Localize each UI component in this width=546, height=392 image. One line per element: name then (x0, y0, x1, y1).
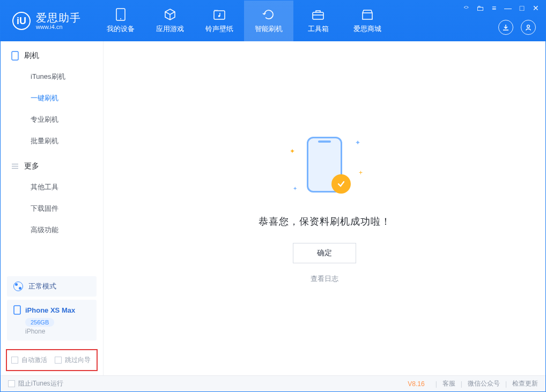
maximize-icon[interactable]: □ (518, 4, 526, 12)
svg-point-3 (218, 15, 220, 17)
store-icon (361, 8, 374, 21)
device-name: iPhone XS Max (25, 306, 75, 314)
svg-rect-2 (214, 11, 225, 19)
nav-label: 我的设备 (107, 24, 135, 34)
nav-label: 智能刷机 (255, 24, 283, 34)
checkbox-label: 自动激活 (21, 356, 47, 365)
phone-icon (114, 8, 127, 21)
nav-label: 工具箱 (308, 24, 329, 34)
section-label: 刷机 (24, 51, 39, 61)
minimize-icon[interactable]: — (504, 4, 512, 12)
ok-button[interactable]: 确定 (293, 243, 356, 263)
download-button[interactable] (498, 20, 513, 35)
sidebar-section-flash: 刷机 (1, 41, 103, 66)
device-info-box[interactable]: iPhone XS Max 256GB iPhone (7, 300, 97, 341)
user-button[interactable] (521, 20, 536, 35)
app-title: 爱思助手 (36, 12, 81, 24)
app-logo: iU 爱思助手 www.i4.cn (1, 12, 91, 30)
nav-ringtones[interactable]: 铃声壁纸 (195, 1, 244, 41)
menu-icon[interactable]: ≡ (490, 4, 498, 12)
sidebar-item-batch-flash[interactable]: 批量刷机 (1, 130, 103, 152)
nav-smart-flash[interactable]: 智能刷机 (244, 1, 293, 41)
nav-label: 铃声壁纸 (205, 24, 233, 34)
version-label: V8.16 (408, 380, 424, 388)
checkmark-badge-icon (331, 174, 351, 194)
success-illustration: ✦ ✦ ✦ + (284, 134, 365, 198)
cube-icon (164, 8, 176, 21)
checkbox-auto-activate[interactable]: 自动激活 (11, 356, 47, 365)
phone-small-icon (11, 51, 19, 61)
sidebar-item-download-fw[interactable]: 下载固件 (1, 198, 103, 219)
highlighted-options: 自动激活 跳过向导 (6, 349, 98, 371)
music-folder-icon (213, 8, 226, 21)
view-log-link[interactable]: 查看日志 (311, 274, 338, 284)
list-icon (11, 162, 19, 170)
logo-icon: iU (12, 12, 31, 30)
body: 刷机 iTunes刷机 一键刷机 专业刷机 批量刷机 更多 其他工具 下载固件 … (1, 41, 545, 375)
sidebar-item-advanced[interactable]: 高级功能 (1, 219, 103, 241)
shirt-icon[interactable]: ⌔ (462, 4, 470, 12)
device-mode-box[interactable]: 正常模式 (7, 276, 97, 297)
svg-point-1 (120, 18, 121, 19)
sidebar-section-more: 更多 (1, 152, 103, 176)
footer-link-update[interactable]: 检查更新 (512, 379, 538, 388)
close-icon[interactable]: ✕ (532, 4, 540, 12)
checkbox-label: 阻止iTunes运行 (18, 379, 63, 388)
svg-rect-4 (313, 12, 323, 19)
main-nav: 我的设备 应用游戏 铃声壁纸 智能刷机 工具箱 爱思商城 (96, 1, 392, 41)
refresh-shield-icon (262, 8, 275, 21)
window-controls: ⌔ 🗀 ≡ — □ ✕ (462, 4, 540, 12)
mode-icon (13, 282, 23, 291)
toolbox-icon (312, 8, 324, 21)
sparkle-icon: + (359, 169, 363, 176)
nav-my-device[interactable]: 我的设备 (96, 1, 145, 41)
nav-label: 应用游戏 (156, 24, 184, 34)
phone-small-icon (13, 305, 21, 315)
nav-apps[interactable]: 应用游戏 (145, 1, 195, 41)
sparkle-icon: ✦ (355, 139, 360, 146)
sidebar-item-other-tools[interactable]: 其他工具 (1, 176, 103, 198)
footer-link-support[interactable]: 客服 (442, 379, 455, 388)
section-label: 更多 (24, 161, 39, 171)
sidebar: 刷机 iTunes刷机 一键刷机 专业刷机 批量刷机 更多 其他工具 下载固件 … (1, 41, 104, 375)
success-message: 恭喜您，保资料刷机成功啦！ (259, 215, 391, 228)
svg-point-6 (527, 25, 530, 28)
device-capacity: 256GB (25, 318, 54, 327)
checkbox-label: 跳过向导 (65, 356, 91, 365)
nav-toolbox[interactable]: 工具箱 (293, 1, 343, 41)
footer: 阻止iTunes运行 V8.16 | 客服 | 微信公众号 | 检查更新 (1, 375, 545, 391)
device-type: iPhone (25, 328, 90, 335)
topbar: iU 爱思助手 www.i4.cn 我的设备 应用游戏 铃声壁纸 智能刷机 工具… (1, 1, 545, 41)
sparkle-icon: ✦ (290, 147, 295, 155)
sidebar-item-pro-flash[interactable]: 专业刷机 (1, 109, 103, 130)
app-url: www.i4.cn (36, 24, 81, 30)
checkbox-skip-guide[interactable]: 跳过向导 (55, 356, 91, 365)
nav-label: 爱思商城 (353, 24, 381, 34)
mode-label: 正常模式 (28, 282, 56, 291)
sidebar-item-one-click[interactable]: 一键刷机 (1, 87, 103, 109)
svg-rect-7 (12, 51, 18, 60)
svg-rect-11 (14, 306, 20, 314)
main-content: ✦ ✦ ✦ + 恭喜您，保资料刷机成功啦！ 确定 查看日志 (104, 41, 545, 375)
sidebar-item-itunes-flash[interactable]: iTunes刷机 (1, 66, 103, 87)
nav-store[interactable]: 爱思商城 (343, 1, 392, 41)
checkbox-block-itunes[interactable]: 阻止iTunes运行 (8, 379, 63, 388)
sparkle-icon: ✦ (293, 186, 297, 191)
footer-link-wechat[interactable]: 微信公众号 (468, 379, 500, 388)
topbar-right-actions (498, 20, 536, 35)
lock-icon[interactable]: 🗀 (476, 4, 484, 12)
